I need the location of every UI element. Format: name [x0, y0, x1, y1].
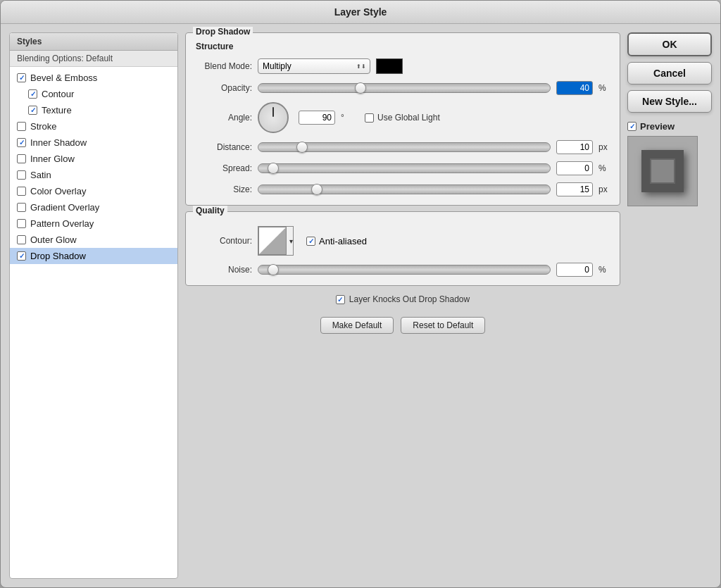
sidebar-item-drop-shadow[interactable]: Drop Shadow: [10, 248, 177, 264]
sidebar-item-inner-glow[interactable]: Inner Glow: [10, 151, 177, 167]
size-thumb[interactable]: [311, 184, 322, 195]
make-default-button[interactable]: Make Default: [320, 317, 394, 334]
distance-thumb[interactable]: [296, 142, 308, 153]
new-style-button[interactable]: New Style...: [627, 90, 712, 113]
distance-input[interactable]: [556, 140, 593, 154]
center-panel: Drop Shadow Structure Blend Mode: Multip…: [185, 32, 620, 579]
noise-row: Noise: %: [196, 263, 610, 277]
blending-options-item[interactable]: Blending Options: Default: [10, 51, 177, 67]
satin-label: Satin: [30, 170, 51, 180]
title-bar: Layer Style: [1, 1, 720, 24]
quality-section: Quality Contour: ▾: [185, 211, 620, 286]
gradient-overlay-label: Gradient Overlay: [30, 202, 99, 213]
contour-preview-wrapper[interactable]: ▾: [258, 226, 294, 256]
color-overlay-label: Color Overlay: [30, 186, 86, 196]
outer-glow-checkbox[interactable]: [17, 235, 26, 244]
preview-label-text: Preview: [640, 121, 675, 132]
shadow-color-swatch[interactable]: [376, 58, 403, 74]
size-slider[interactable]: [258, 184, 551, 194]
angle-unit: °: [341, 113, 352, 123]
dialog-title: Layer Style: [334, 6, 387, 18]
contour-row: Contour: ▾ Anti-aliased: [196, 226, 610, 256]
anti-aliased-checkbox[interactable]: [306, 237, 315, 246]
preview-label-row: Preview: [627, 121, 675, 132]
noise-thumb[interactable]: [268, 264, 279, 275]
stroke-label: Stroke: [30, 121, 57, 132]
spread-row: Spread: %: [196, 161, 610, 175]
drop-shadow-checkbox[interactable]: [17, 251, 26, 261]
opacity-thumb[interactable]: [355, 82, 366, 94]
spread-label: Spread:: [196, 163, 252, 173]
sidebar-item-satin[interactable]: Satin: [10, 167, 177, 183]
color-overlay-checkbox[interactable]: [17, 187, 26, 196]
gradient-overlay-checkbox[interactable]: [17, 203, 26, 212]
spread-unit: %: [598, 163, 610, 173]
sidebar-item-bevel-emboss[interactable]: Bevel & Emboss: [10, 70, 177, 86]
styles-list: Bevel & Emboss Contour Texture Stroke In…: [10, 67, 177, 578]
sidebar-item-texture[interactable]: Texture: [10, 102, 177, 118]
blend-mode-select-wrapper[interactable]: Multiply Normal Screen Overlay Darken Li…: [258, 58, 370, 74]
left-panel: Styles Blending Options: Default Bevel &…: [9, 32, 178, 579]
size-row: Size: px: [196, 182, 610, 196]
distance-slider[interactable]: [258, 142, 551, 152]
reset-to-default-button[interactable]: Reset to Default: [401, 317, 485, 334]
use-global-light-label: Use Global Light: [377, 113, 440, 123]
angle-input[interactable]: [299, 111, 335, 125]
size-unit: px: [598, 184, 610, 194]
spread-thumb[interactable]: [268, 163, 279, 174]
drop-shadow-section: Drop Shadow Structure Blend Mode: Multip…: [185, 32, 620, 206]
opacity-unit: %: [598, 83, 610, 93]
noise-label: Noise:: [196, 265, 252, 275]
sidebar-item-color-overlay[interactable]: Color Overlay: [10, 183, 177, 199]
contour-dropdown-arrow[interactable]: ▾: [289, 237, 293, 245]
contour-label: Contour:: [196, 236, 252, 246]
inner-glow-checkbox[interactable]: [17, 154, 26, 163]
sidebar-item-stroke[interactable]: Stroke: [10, 118, 177, 135]
blend-mode-label: Blend Mode:: [196, 61, 252, 71]
satin-checkbox[interactable]: [17, 170, 26, 180]
inner-shadow-checkbox[interactable]: [17, 138, 26, 147]
opacity-slider[interactable]: [258, 83, 551, 93]
default-buttons-row: Make Default Reset to Default: [320, 317, 486, 334]
layer-knocks-checkbox[interactable]: [336, 295, 345, 304]
layer-knocks-row: Layer Knocks Out Drop Shadow: [336, 294, 470, 304]
use-global-light-wrapper: Use Global Light: [365, 113, 440, 123]
structure-subtitle: Structure: [196, 42, 610, 51]
inner-glow-label: Inner Glow: [30, 154, 75, 164]
angle-row: Angle: ° Use Global Light: [196, 102, 610, 133]
opacity-input[interactable]: [556, 81, 593, 95]
preview-section: Preview: [627, 121, 712, 206]
preview-inner-box: [650, 158, 675, 184]
layer-knocks-label: Layer Knocks Out Drop Shadow: [349, 294, 470, 304]
dialog-body: Styles Blending Options: Default Bevel &…: [1, 24, 720, 587]
pattern-overlay-checkbox[interactable]: [17, 219, 26, 228]
noise-input[interactable]: [556, 263, 593, 277]
noise-slider[interactable]: [258, 265, 551, 275]
stroke-checkbox[interactable]: [17, 122, 26, 131]
noise-unit: %: [598, 265, 610, 275]
angle-dial[interactable]: [258, 102, 289, 133]
preview-checkbox[interactable]: [627, 122, 637, 131]
spread-slider[interactable]: [258, 163, 551, 173]
blend-mode-select[interactable]: Multiply Normal Screen Overlay Darken Li…: [258, 58, 370, 74]
ok-button[interactable]: OK: [627, 32, 712, 56]
bottom-controls: Layer Knocks Out Drop Shadow Make Defaul…: [185, 292, 620, 337]
contour-preview[interactable]: [258, 227, 287, 255]
bevel-emboss-checkbox[interactable]: [17, 73, 26, 82]
layer-style-dialog: Layer Style Styles Blending Options: Def…: [0, 0, 721, 588]
sidebar-item-outer-glow[interactable]: Outer Glow: [10, 232, 177, 248]
spread-input[interactable]: [556, 161, 593, 175]
contour-checkbox[interactable]: [28, 89, 37, 99]
size-input[interactable]: [556, 182, 593, 196]
sidebar-item-pattern-overlay[interactable]: Pattern Overlay: [10, 215, 177, 232]
use-global-light-checkbox[interactable]: [365, 113, 374, 123]
sidebar-item-contour[interactable]: Contour: [10, 86, 177, 102]
sidebar-item-gradient-overlay[interactable]: Gradient Overlay: [10, 199, 177, 215]
quality-section-title: Quality: [193, 206, 227, 215]
sidebar-item-inner-shadow[interactable]: Inner Shadow: [10, 135, 177, 151]
texture-checkbox[interactable]: [28, 106, 37, 115]
styles-header: Styles: [10, 33, 177, 51]
cancel-button[interactable]: Cancel: [627, 62, 712, 85]
size-label: Size:: [196, 184, 252, 194]
anti-aliased-wrapper: Anti-aliased: [306, 236, 367, 246]
